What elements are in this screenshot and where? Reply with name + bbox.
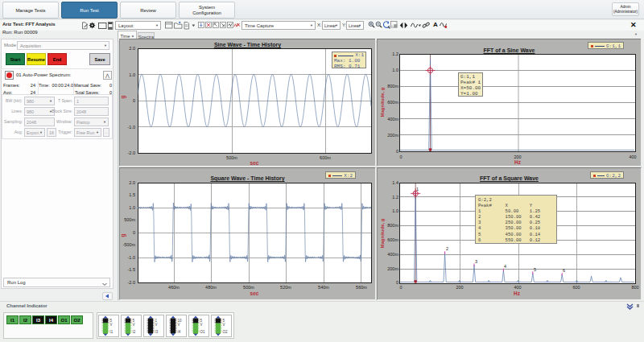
svg-text:O1: O1 [200, 330, 206, 334]
svg-text:I4: I4 [178, 330, 181, 334]
svg-text:I3: I3 [155, 330, 159, 334]
svg-text:V: V [200, 323, 203, 327]
svg-text:I2: I2 [133, 330, 136, 334]
svg-text:V: V [133, 323, 135, 327]
svg-text:O2: O2 [223, 330, 229, 334]
svg-text:V: V [110, 323, 113, 327]
svg-text:V: V [178, 323, 180, 327]
svg-text:I1: I1 [110, 330, 114, 334]
svg-text:V: V [223, 323, 225, 327]
svg-text:V: V [155, 323, 158, 327]
